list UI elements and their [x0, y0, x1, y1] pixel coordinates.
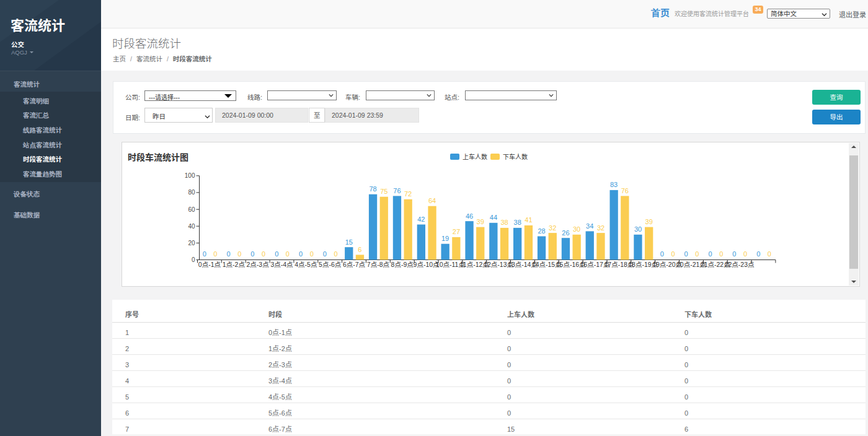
svg-text:40: 40 — [188, 223, 195, 230]
svg-text:22点-23点: 22点-23点 — [725, 261, 755, 268]
svg-text:0: 0 — [275, 250, 278, 258]
svg-text:8点-9点: 8点-9点 — [391, 261, 414, 268]
svg-text:34: 34 — [586, 222, 593, 230]
svg-text:0: 0 — [660, 250, 664, 258]
svg-text:28: 28 — [538, 227, 545, 235]
svg-text:30: 30 — [573, 225, 580, 233]
svg-text:19: 19 — [441, 235, 449, 242]
svg-text:76: 76 — [393, 187, 401, 194]
svg-text:78: 78 — [369, 185, 376, 193]
svg-text:0: 0 — [262, 250, 265, 258]
svg-text:0: 0 — [671, 250, 675, 258]
svg-text:0: 0 — [226, 250, 230, 258]
svg-text:42: 42 — [417, 216, 425, 223]
svg-text:75: 75 — [380, 188, 388, 195]
svg-text:7点-8点: 7点-8点 — [367, 261, 389, 268]
svg-text:0: 0 — [768, 250, 771, 258]
svg-text:72: 72 — [404, 190, 412, 198]
svg-text:80: 80 — [188, 189, 195, 196]
svg-text:38: 38 — [500, 219, 508, 226]
svg-text:30: 30 — [634, 225, 642, 233]
svg-text:4点-5点: 4点-5点 — [294, 261, 317, 268]
svg-text:0: 0 — [323, 250, 327, 258]
svg-text:46: 46 — [466, 212, 473, 220]
svg-text:6: 6 — [358, 246, 361, 253]
svg-text:3点-4点: 3点-4点 — [270, 261, 293, 268]
svg-text:0: 0 — [286, 250, 290, 258]
svg-text:64: 64 — [428, 197, 436, 204]
svg-text:32: 32 — [549, 224, 556, 232]
svg-text:83: 83 — [610, 181, 618, 188]
svg-text:0: 0 — [250, 250, 254, 258]
svg-text:20: 20 — [188, 240, 195, 246]
svg-text:1点-2点: 1点-2点 — [223, 261, 245, 268]
svg-text:0: 0 — [743, 250, 747, 258]
svg-text:0: 0 — [310, 250, 314, 258]
svg-text:0: 0 — [684, 250, 688, 258]
svg-text:60: 60 — [188, 206, 195, 213]
svg-text:32: 32 — [597, 224, 604, 232]
svg-text:2点-3点: 2点-3点 — [247, 261, 269, 268]
svg-text:76: 76 — [621, 187, 629, 194]
svg-text:27: 27 — [453, 228, 460, 235]
svg-text:41: 41 — [525, 216, 532, 224]
svg-text:0: 0 — [237, 250, 241, 258]
svg-text:5点-6点: 5点-6点 — [319, 261, 341, 268]
svg-text:0: 0 — [299, 250, 303, 258]
svg-text:0: 0 — [756, 250, 760, 258]
svg-text:39: 39 — [645, 218, 653, 225]
svg-text:0: 0 — [213, 250, 217, 258]
svg-text:0: 0 — [203, 250, 206, 258]
svg-text:39: 39 — [477, 218, 484, 225]
svg-text:26: 26 — [562, 229, 569, 237]
svg-text:44: 44 — [490, 214, 497, 221]
svg-text:6点-7点: 6点-7点 — [343, 261, 365, 268]
svg-text:100: 100 — [185, 172, 195, 179]
svg-text:0: 0 — [695, 250, 699, 258]
svg-text:15: 15 — [345, 238, 353, 246]
svg-text:0: 0 — [192, 256, 195, 263]
svg-text:0: 0 — [708, 250, 712, 258]
svg-text:0点-1点: 0点-1点 — [198, 261, 221, 268]
svg-text:38: 38 — [514, 219, 521, 226]
svg-text:0: 0 — [719, 250, 723, 258]
svg-text:0: 0 — [334, 250, 338, 258]
svg-text:0: 0 — [732, 250, 736, 258]
